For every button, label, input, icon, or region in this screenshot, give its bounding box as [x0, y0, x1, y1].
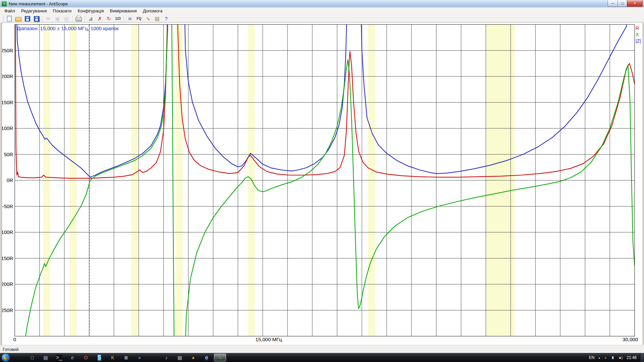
signal-button[interactable]: ≋ — [126, 15, 134, 22]
points-count-button[interactable]: 123 — [114, 15, 122, 22]
language-indicator[interactable]: EN — [587, 354, 597, 361]
taskbar-item-notes[interactable]: ▤ — [174, 354, 186, 361]
refresh-button[interactable]: ↻ — [105, 15, 113, 22]
document-icon: ≣ — [124, 355, 128, 360]
frequency-button[interactable]: FQ — [135, 15, 143, 22]
taskbar-item-explorer[interactable] — [13, 354, 25, 361]
status-bar: Готовий — [0, 345, 644, 353]
y-axis-label: -150R — [2, 255, 13, 261]
libraries-icon: ▤ — [43, 355, 48, 360]
taskbar-item-globe[interactable]: ● — [133, 354, 146, 361]
app-icon: ∿ — [2, 1, 7, 6]
y-axis-label: -50R — [2, 203, 13, 209]
toolbar-separator — [42, 16, 43, 22]
menu-item-4[interactable]: Конфігурація — [74, 8, 107, 14]
taskbar-item-keys[interactable]: K — [107, 354, 119, 361]
menu-item-3[interactable]: Показати — [50, 8, 74, 14]
taskbar-item-orange-app[interactable]: ● — [187, 354, 199, 361]
orange-app-icon: ● — [192, 355, 195, 360]
taskbar-item-browser-red[interactable]: O — [80, 354, 92, 361]
y-axis-label: -200R — [2, 281, 13, 287]
taskbar-item-ide[interactable]: e — [201, 354, 213, 361]
sine-icon: ∿ — [146, 16, 150, 21]
system-tray: EN ▴ ●▮◄) 21:46 — [587, 353, 644, 362]
taskbar-item-document[interactable]: ≣ — [120, 354, 132, 361]
window-icon: □ — [31, 355, 34, 360]
y-axis-label: 100R — [2, 125, 13, 131]
sine-button[interactable]: ∿ — [144, 15, 152, 22]
globe-icon: ● — [138, 355, 141, 360]
impedance-chart-svg[interactable]: 250R200R150R100R50R0R-50R-100R-150R-200R… — [2, 22, 643, 345]
start-button[interactable] — [1, 353, 10, 362]
copy-icon: ▣ — [55, 16, 60, 21]
taskbar-item-internet-explorer[interactable]: e — [66, 354, 78, 361]
notes-icon: ▤ — [177, 355, 182, 360]
new-icon — [7, 16, 12, 21]
caption-buttons: – □ × — [607, 0, 643, 7]
legend-X: X — [636, 32, 639, 37]
memo-icon: ▤ — [155, 16, 159, 21]
menu-item-1[interactable]: Файл — [1, 8, 18, 14]
taskbar-item-terminal[interactable]: >_ — [53, 354, 65, 361]
clear-button[interactable]: ✗ — [96, 15, 104, 22]
chart-button[interactable]: ⊿ — [87, 15, 95, 22]
tray-volume-icon[interactable]: ◄) — [617, 355, 623, 361]
new-button[interactable] — [5, 15, 13, 22]
show-desktop-button[interactable] — [640, 353, 644, 362]
toolbar-grip — [2, 16, 3, 21]
x-axis-label: 30,000 — [623, 337, 638, 342]
paste-icon: ▤ — [64, 16, 69, 21]
clear-icon: ✗ — [98, 16, 102, 21]
taskbar-item-chrome[interactable] — [147, 354, 159, 361]
taskbar: □▤>_eOSK≣●♪▤●e∿ EN ▴ ●▮◄) 21:46 — [0, 353, 644, 362]
chart-range-title: Діапазон: 15,000 ± 15,000 МГц, 1000 крап… — [17, 25, 119, 31]
save-as-button[interactable] — [32, 15, 41, 22]
close-button[interactable]: × — [627, 0, 643, 7]
tray-icons: ●▮◄) — [602, 355, 624, 361]
windows-flag-icon — [3, 355, 8, 360]
y-axis-label: 150R — [2, 100, 13, 105]
taskbar-item-messenger[interactable]: S — [93, 354, 105, 361]
toolbar-separator — [85, 16, 85, 22]
x-axis-label: 15,000 МГц — [255, 337, 282, 342]
print-icon — [75, 17, 82, 21]
help-icon: ? — [165, 16, 167, 21]
taskbar-item-window[interactable]: □ — [26, 354, 38, 361]
taskbar-items: □▤>_eOSK≣●♪▤●e∿ — [12, 354, 227, 361]
tray-alert-icon[interactable]: ● — [602, 355, 608, 361]
maximize-button[interactable]: □ — [618, 0, 627, 7]
print-button[interactable] — [74, 15, 83, 22]
keys-icon: K — [111, 355, 114, 360]
paste-button[interactable]: ▤ — [62, 15, 71, 22]
taskbar-item-antscope[interactable]: ∿ — [214, 354, 226, 361]
tray-network-icon[interactable]: ▮ — [610, 355, 616, 361]
messenger-icon: S — [98, 355, 101, 361]
y-axis-label: -250R — [2, 307, 13, 313]
save-icon — [25, 16, 30, 21]
browser-red-icon: O — [84, 355, 88, 360]
taskbar-item-libraries[interactable]: ▤ — [40, 354, 52, 361]
window-title: New measurement - AntScope — [9, 1, 68, 6]
copy-button[interactable]: ▣ — [53, 15, 62, 22]
minimize-button[interactable]: – — [607, 0, 618, 7]
cut-button[interactable]: ✂ — [44, 15, 53, 22]
taskbar-item-media[interactable]: ♪ — [160, 354, 172, 361]
open-button[interactable] — [14, 15, 22, 22]
chart-area: 250R200R150R100R50R0R-50R-100R-150R-200R… — [2, 22, 643, 346]
help-button[interactable]: ? — [162, 15, 170, 22]
menu-item-5[interactable]: Вимірювання — [107, 8, 140, 14]
memo-button[interactable]: ▤ — [153, 15, 161, 22]
tray-expand-icon[interactable]: ▴ — [597, 356, 602, 359]
menu-item-2[interactable]: Редагування — [18, 8, 50, 14]
y-axis-label: 200R — [2, 73, 13, 79]
cut-icon: ✂ — [46, 16, 51, 21]
y-axis-label: 0R — [7, 177, 13, 183]
save-as-icon — [34, 16, 39, 21]
legend-R: R — [636, 25, 639, 31]
menu-item-6[interactable]: Допомога — [140, 8, 165, 14]
y-axis-label: 50R — [4, 152, 13, 157]
menu-bar: ФайлРедагуванняПоказатиКонфігураціяВимір… — [0, 7, 644, 15]
toolbar-separator — [72, 16, 73, 22]
save-button[interactable] — [23, 15, 32, 22]
clock[interactable]: 21:46 — [627, 355, 637, 360]
